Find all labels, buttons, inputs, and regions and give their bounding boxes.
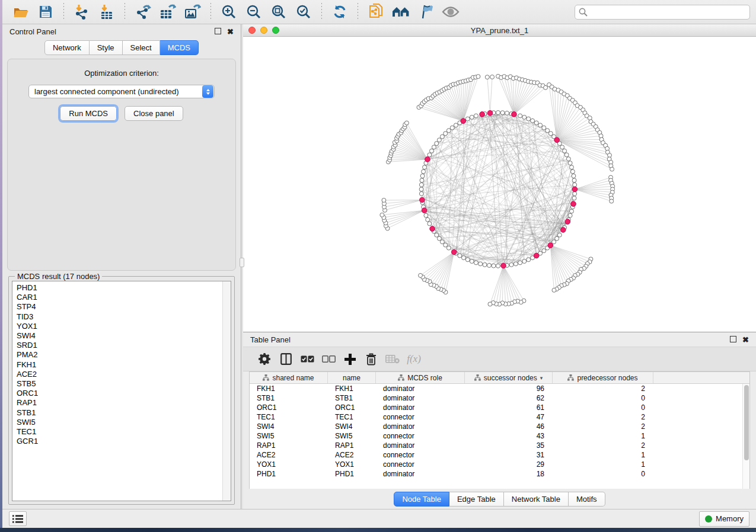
- optimization-criterion-dropdown[interactable]: largest connected component (undirected): [28, 85, 215, 98]
- delete-column-button[interactable]: [361, 350, 382, 368]
- close-panel-icon[interactable]: ✖: [227, 28, 234, 36]
- cell-successor-nodes[interactable]: 18: [465, 469, 553, 479]
- mcds-result-item[interactable]: SWI4: [17, 331, 222, 341]
- cell-shared-name[interactable]: SWI4: [250, 422, 328, 431]
- tab-node-table[interactable]: Node Table: [394, 492, 449, 507]
- cell-successor-nodes[interactable]: 47: [465, 412, 553, 422]
- column-header-name[interactable]: name: [328, 372, 376, 383]
- table-scrollbar-thumb[interactable]: [744, 385, 749, 460]
- column-header-successor-nodes[interactable]: successor nodes▾: [465, 372, 553, 383]
- cell-name[interactable]: YOX1: [328, 460, 376, 469]
- mcds-result-item[interactable]: TEC1: [17, 427, 222, 437]
- export-table-button[interactable]: [159, 3, 177, 21]
- refresh-button[interactable]: [331, 3, 349, 21]
- cell-shared-name[interactable]: TEC1: [250, 412, 328, 422]
- cell-shared-name[interactable]: SWI5: [250, 431, 328, 441]
- minimize-window-icon[interactable]: [260, 27, 267, 34]
- float-panel-icon[interactable]: [215, 28, 221, 36]
- cell-predecessor-nodes[interactable]: 1: [553, 450, 653, 460]
- float-panel-icon[interactable]: [730, 336, 736, 344]
- mcds-result-item[interactable]: STB1: [17, 408, 222, 418]
- run-mcds-button[interactable]: Run MCDS: [60, 106, 117, 121]
- table-row[interactable]: RAP1RAP1dominator352: [250, 441, 749, 450]
- cell-name[interactable]: RAP1: [328, 441, 376, 450]
- panel-splitter[interactable]: [241, 24, 243, 509]
- save-session-button[interactable]: [37, 3, 55, 21]
- maximize-window-icon[interactable]: [272, 27, 279, 34]
- cell-shared-name[interactable]: STB1: [250, 393, 328, 403]
- cell-MCDS-role[interactable]: dominator: [376, 384, 465, 393]
- tab-network[interactable]: Network: [44, 40, 90, 55]
- mcds-result-list[interactable]: PHD1CAR1STP4TID3YOX1SWI4SRD1PMA2FKH1ACE2…: [12, 281, 231, 501]
- cell-predecessor-nodes[interactable]: 2: [553, 422, 653, 431]
- import-table-button[interactable]: [98, 3, 116, 21]
- tab-edge-table[interactable]: Edge Table: [449, 492, 504, 507]
- cell-successor-nodes[interactable]: 43: [465, 431, 553, 441]
- cell-name[interactable]: TEC1: [328, 412, 376, 422]
- mcds-result-item[interactable]: FKH1: [17, 360, 222, 370]
- cell-shared-name[interactable]: ORC1: [250, 403, 328, 412]
- cell-predecessor-nodes[interactable]: 0: [553, 393, 653, 403]
- add-column-button[interactable]: [339, 350, 361, 368]
- table-row[interactable]: PHD1PHD1dominator180: [250, 469, 749, 479]
- show-column-button[interactable]: [275, 350, 296, 368]
- network-graph[interactable]: [243, 37, 756, 332]
- cell-successor-nodes[interactable]: 96: [465, 384, 553, 393]
- cell-name[interactable]: ACE2: [328, 450, 376, 460]
- cell-shared-name[interactable]: FKH1: [250, 384, 328, 393]
- mcds-result-item[interactable]: STB5: [17, 379, 222, 389]
- cell-predecessor-nodes[interactable]: 2: [553, 441, 653, 450]
- cell-successor-nodes[interactable]: 29: [465, 460, 553, 469]
- tab-mcds[interactable]: MCDS: [160, 40, 199, 55]
- mcds-result-item[interactable]: SRD1: [17, 341, 222, 350]
- cell-shared-name[interactable]: YOX1: [250, 460, 328, 469]
- cell-MCDS-role[interactable]: connector: [376, 450, 465, 460]
- cell-name[interactable]: SWI5: [328, 431, 376, 441]
- cell-MCDS-role[interactable]: connector: [376, 412, 465, 422]
- zoom-selected-button[interactable]: [295, 3, 312, 21]
- close-panel-button[interactable]: Close panel: [125, 106, 183, 121]
- table-scrollbar[interactable]: [742, 384, 749, 489]
- cell-MCDS-role[interactable]: dominator: [376, 422, 465, 431]
- mcds-result-item[interactable]: PMA2: [17, 350, 222, 360]
- cell-successor-nodes[interactable]: 61: [465, 403, 553, 412]
- search-input[interactable]: [591, 8, 746, 17]
- home-button[interactable]: [392, 3, 410, 21]
- cell-MCDS-role[interactable]: dominator: [376, 469, 465, 479]
- export-image-button[interactable]: [184, 3, 202, 21]
- column-header-MCDS-role[interactable]: MCDS role: [376, 372, 465, 383]
- zoom-fit-button[interactable]: [270, 3, 288, 21]
- splitter-handle[interactable]: [240, 258, 244, 267]
- cell-predecessor-nodes[interactable]: 0: [553, 403, 653, 412]
- table-row[interactable]: ACE2ACE2connector311: [250, 450, 749, 460]
- column-header-shared-name[interactable]: shared name: [250, 372, 328, 383]
- cell-name[interactable]: PHD1: [328, 469, 376, 479]
- cell-shared-name[interactable]: PHD1: [250, 469, 328, 479]
- cell-predecessor-nodes[interactable]: 0: [553, 469, 653, 479]
- cell-successor-nodes[interactable]: 31: [465, 450, 553, 460]
- network-canvas[interactable]: [243, 37, 756, 332]
- cell-successor-nodes[interactable]: 46: [465, 422, 553, 431]
- zoom-out-button[interactable]: [245, 3, 263, 21]
- show-graphics-button[interactable]: [442, 3, 460, 21]
- hide-graphics-button[interactable]: [417, 3, 435, 21]
- cell-name[interactable]: STB1: [328, 393, 376, 403]
- cell-predecessor-nodes[interactable]: 1: [553, 431, 653, 441]
- cell-name[interactable]: FKH1: [328, 384, 376, 393]
- table-row[interactable]: SWI5SWI5connector431: [250, 431, 749, 441]
- mcds-result-item[interactable]: SWI5: [17, 418, 222, 427]
- open-session-button[interactable]: [12, 3, 30, 21]
- table-row[interactable]: ORC1ORC1dominator610: [250, 403, 749, 412]
- mcds-result-item[interactable]: YOX1: [17, 322, 222, 331]
- mcds-result-item[interactable]: GCR1: [17, 437, 222, 446]
- cell-MCDS-role[interactable]: dominator: [376, 393, 465, 403]
- cell-successor-nodes[interactable]: 35: [465, 441, 553, 450]
- table-row[interactable]: TEC1TEC1connector472: [250, 412, 749, 422]
- tab-network-table[interactable]: Network Table: [504, 492, 569, 507]
- cell-name[interactable]: SWI4: [328, 422, 376, 431]
- table-row[interactable]: FKH1FKH1dominator962: [250, 384, 749, 393]
- table-row[interactable]: SWI4SWI4dominator462: [250, 422, 749, 431]
- cell-predecessor-nodes[interactable]: 2: [553, 412, 653, 422]
- export-network-button[interactable]: [134, 3, 152, 21]
- task-history-button[interactable]: [9, 511, 27, 526]
